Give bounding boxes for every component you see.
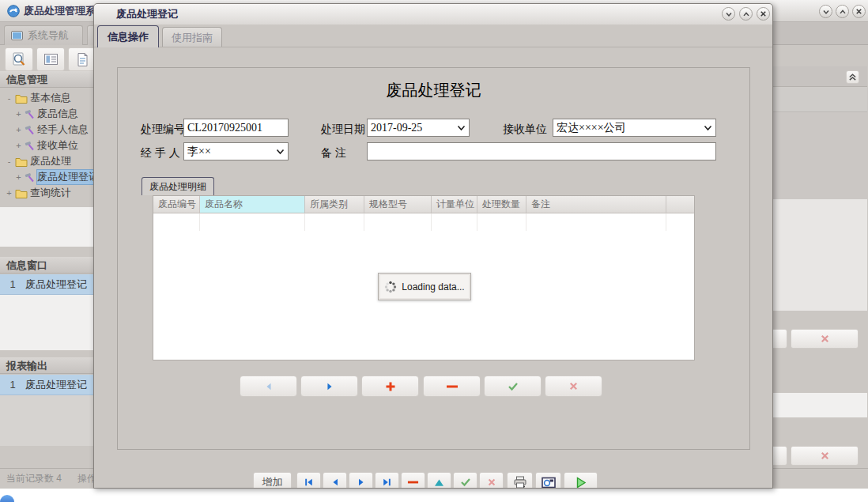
tree-expander[interactable]: + bbox=[14, 172, 23, 182]
date-value: 2017-09-25 bbox=[371, 122, 422, 134]
tree-panel-blank bbox=[0, 207, 100, 247]
tree-expander[interactable]: + bbox=[14, 141, 23, 150]
column-header-highlighted[interactable]: 废品名称 bbox=[200, 196, 305, 213]
cancel-button[interactable] bbox=[791, 329, 859, 349]
remove-icon bbox=[446, 383, 459, 390]
tab-system-nav-label: 系统导航 bbox=[28, 28, 69, 43]
print-button[interactable] bbox=[507, 472, 533, 489]
detail-prev-button[interactable] bbox=[240, 376, 297, 397]
cancel-button[interactable] bbox=[791, 446, 859, 466]
detail-next-button[interactable] bbox=[300, 376, 358, 397]
column-header[interactable]: 废品编号 bbox=[153, 196, 200, 213]
next-record-button[interactable] bbox=[349, 472, 373, 489]
info-window-row[interactable]: 1 废品处理登记 bbox=[0, 274, 100, 295]
add-icon bbox=[385, 381, 396, 392]
detail-remove-button[interactable] bbox=[423, 376, 481, 397]
chevron-up-icon bbox=[742, 9, 751, 19]
code-input[interactable] bbox=[183, 119, 289, 137]
tab-label: 废品处理明细 bbox=[149, 180, 206, 194]
panel-header-report-output[interactable]: 报表输出 bbox=[0, 357, 100, 374]
dialog-titlebar[interactable]: 废品处理登记 bbox=[94, 4, 772, 25]
detail-cancel-button[interactable] bbox=[545, 376, 602, 397]
loading-indicator: Loading data... bbox=[378, 273, 471, 300]
panel-header-info-window[interactable]: 信息窗口 bbox=[0, 257, 100, 274]
prev-record-button[interactable] bbox=[323, 472, 347, 489]
edit-record-button[interactable] bbox=[427, 472, 451, 489]
date-label: 处理日期 bbox=[321, 119, 365, 138]
chevron-down-icon bbox=[724, 9, 734, 19]
add-record-button[interactable]: 增加 bbox=[253, 472, 292, 489]
panel-header-info-manage[interactable]: 信息管理 bbox=[0, 71, 100, 88]
date-select[interactable]: 2017-09-25 bbox=[367, 119, 470, 137]
folder-icon bbox=[15, 93, 28, 104]
detail-confirm-button[interactable] bbox=[484, 376, 542, 397]
column-header[interactable]: 备注 bbox=[526, 196, 666, 213]
report-view-icon bbox=[43, 52, 58, 66]
tab-info-operation[interactable]: 信息操作 bbox=[97, 25, 159, 47]
tree-item-label: 接收单位 bbox=[37, 138, 78, 153]
next-icon bbox=[325, 382, 334, 391]
dialog-close-button[interactable] bbox=[757, 7, 770, 21]
add-record-label: 增加 bbox=[262, 475, 283, 489]
unit-value: 宏达××××公司 bbox=[557, 121, 626, 135]
tool-icon bbox=[25, 172, 35, 183]
search-toolbar-button[interactable] bbox=[5, 47, 33, 71]
delete-record-button[interactable] bbox=[401, 472, 425, 489]
column-header[interactable] bbox=[666, 196, 694, 213]
column-header[interactable]: 计量单位 bbox=[432, 196, 477, 213]
prev-icon bbox=[330, 477, 340, 487]
minimize-button[interactable] bbox=[819, 5, 832, 18]
report-toolbar-button[interactable] bbox=[36, 47, 65, 71]
cancel-record-button[interactable] bbox=[479, 472, 504, 489]
close-button[interactable] bbox=[852, 5, 866, 18]
right-panel-field bbox=[773, 393, 867, 417]
tab-label: 使用指南 bbox=[172, 31, 213, 45]
tab-user-guide[interactable]: 使用指南 bbox=[162, 27, 222, 47]
tree-expander[interactable]: + bbox=[5, 188, 13, 198]
save-record-button[interactable] bbox=[453, 472, 477, 489]
document-icon bbox=[75, 52, 89, 67]
report-output-row[interactable]: 1 废品处理登记 bbox=[0, 375, 100, 395]
column-header[interactable]: 所属类别 bbox=[305, 196, 364, 213]
first-icon bbox=[304, 477, 314, 487]
column-header[interactable]: 处理数量 bbox=[477, 196, 526, 213]
unit-select[interactable]: 宏达××××公司 bbox=[553, 119, 716, 137]
dialog-maximize-button[interactable] bbox=[739, 7, 753, 21]
preview-button[interactable] bbox=[535, 472, 561, 489]
chevron-up-icon bbox=[838, 7, 847, 17]
tree-expander[interactable]: + bbox=[14, 125, 23, 134]
detail-add-button[interactable] bbox=[361, 376, 419, 397]
last-record-button[interactable] bbox=[375, 472, 399, 489]
taskbar-peek-icon bbox=[0, 495, 14, 502]
tree-item-label: 经手人信息 bbox=[37, 123, 89, 137]
tree-expander[interactable]: - bbox=[5, 157, 13, 166]
collapse-panel-button[interactable] bbox=[846, 70, 859, 84]
document-toolbar-button[interactable] bbox=[68, 47, 96, 71]
maximize-button[interactable] bbox=[836, 5, 849, 18]
tree-expander[interactable]: - bbox=[5, 93, 13, 103]
tab-system-nav[interactable]: 系统导航 bbox=[4, 25, 83, 45]
report-output-list: 1 废品处理登记 bbox=[0, 375, 100, 446]
remark-label: 备 注 bbox=[321, 143, 346, 162]
main-window-controls bbox=[819, 5, 866, 18]
column-header[interactable]: 规格型号 bbox=[364, 196, 432, 213]
remark-input[interactable] bbox=[367, 142, 716, 160]
unit-label: 接收单位 bbox=[503, 119, 547, 138]
row-index: 1 bbox=[0, 278, 25, 290]
cancel-x-icon bbox=[820, 451, 830, 461]
tab-detail[interactable]: 废品处理明细 bbox=[142, 177, 214, 195]
panel-header-label: 信息窗口 bbox=[6, 259, 47, 271]
folder-icon bbox=[15, 188, 28, 198]
row-label: 废品处理登记 bbox=[25, 277, 87, 292]
chevron-down-icon bbox=[276, 149, 285, 155]
tree-expander[interactable]: + bbox=[14, 109, 23, 119]
run-button[interactable] bbox=[564, 472, 598, 489]
first-record-button[interactable] bbox=[296, 472, 321, 489]
handler-select[interactable]: 李×× bbox=[183, 142, 289, 160]
run-play-icon bbox=[576, 477, 587, 489]
dialog-minimize-button[interactable] bbox=[722, 7, 735, 21]
close-icon bbox=[759, 9, 768, 18]
tab-label: 信息操作 bbox=[108, 30, 149, 44]
tree-item-label-selected: 废品处理登记 bbox=[37, 170, 99, 184]
cancel-x-icon bbox=[820, 334, 830, 344]
